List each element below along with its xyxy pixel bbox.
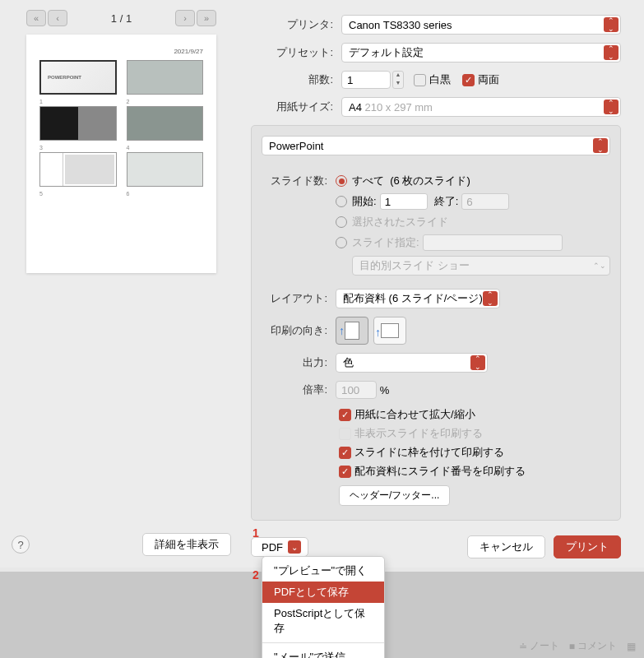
- printer-label: プリンタ:: [251, 17, 341, 32]
- duplex-checkbox[interactable]: ✓: [462, 74, 475, 86]
- updown-icon: [470, 355, 485, 370]
- slides-range-radio[interactable]: [336, 196, 347, 207]
- slides-label: スライド数:: [262, 174, 336, 188]
- page-indicator: 1 / 1: [111, 12, 132, 25]
- app-options-panel: PowerPoint スライド数: すべて (6 枚のスライド) 開始:: [251, 125, 621, 521]
- printer-select[interactable]: Canon TS8330 series: [341, 15, 621, 35]
- print-button[interactable]: プリント: [554, 535, 621, 558]
- header-footer-button[interactable]: ヘッダー/フッター...: [339, 485, 450, 506]
- hidden-checkbox[interactable]: [339, 428, 351, 440]
- copies-label: 部数:: [251, 72, 341, 87]
- comments-button[interactable]: ■ コメント: [569, 639, 617, 653]
- output-select[interactable]: 色: [336, 353, 488, 373]
- copies-input[interactable]: [341, 71, 391, 89]
- scale-label: 倍率:: [262, 382, 336, 397]
- status-bar: ≐ ノート ■ コメント ▦: [511, 634, 644, 658]
- settings-pane: プリンタ: Canon TS8330 series プリセット: デフォルト設定…: [243, 0, 644, 568]
- page-landscape-icon: [381, 323, 399, 338]
- output-label: 出力:: [262, 355, 336, 370]
- last-page-button[interactable]: »: [197, 10, 216, 26]
- copies-stepper[interactable]: ▲▼: [392, 71, 404, 89]
- slides-specify-radio[interactable]: [336, 237, 347, 248]
- print-dialog: « ‹ 1 / 1 › » 2021/9/27 1 2 3 4 5 6 ? 詳細…: [0, 0, 644, 568]
- menu-save-as-pdf[interactable]: PDFとして保存: [262, 582, 384, 603]
- preview-date: 2021/9/27: [39, 48, 203, 55]
- notes-button[interactable]: ≐ ノート: [519, 639, 559, 653]
- updown-icon: [483, 291, 498, 306]
- updown-icon: [604, 45, 619, 60]
- first-page-button[interactable]: «: [26, 10, 46, 26]
- slide-thumb-5: [39, 152, 117, 187]
- slides-selected-radio[interactable]: [336, 216, 347, 228]
- annotation-1: 1: [253, 526, 259, 540]
- custom-show-select[interactable]: 目的別スライド ショー ⌃⌄: [352, 256, 610, 276]
- layout-select[interactable]: 配布資料 (6 スライド/ページ): [336, 289, 500, 308]
- view-normal-icon[interactable]: ▦: [627, 641, 636, 652]
- duplex-label: 両面: [478, 72, 499, 87]
- menu-save-as-postscript[interactable]: PostScriptとして保存: [262, 603, 384, 639]
- preview-pane: « ‹ 1 / 1 › » 2021/9/27 1 2 3 4 5 6 ? 詳細…: [0, 0, 243, 568]
- menu-open-preview[interactable]: "プレビュー"で開く: [262, 560, 384, 582]
- menu-send-mail[interactable]: "メール"で送信: [262, 646, 384, 658]
- number-checkbox[interactable]: ✓: [339, 466, 351, 478]
- slides-all-radio[interactable]: [336, 175, 347, 187]
- slides-from-input[interactable]: [380, 193, 428, 210]
- pdf-dropdown-menu: "プレビュー"で開く PDFとして保存 PostScriptとして保存 "メール…: [262, 556, 385, 658]
- orientation-portrait-button[interactable]: ↑: [336, 317, 368, 345]
- pdf-dropdown-button[interactable]: PDF ⌄: [251, 537, 308, 557]
- prev-page-button[interactable]: ‹: [48, 10, 67, 26]
- papersize-label: 用紙サイズ:: [251, 100, 341, 114]
- slide-thumb-2: [127, 60, 204, 95]
- papersize-select[interactable]: A4 210 x 297 mm: [341, 97, 621, 117]
- slides-to-input[interactable]: [461, 193, 509, 210]
- preset-select[interactable]: デフォルト設定: [341, 43, 621, 63]
- layout-label: レイアウト:: [262, 291, 336, 306]
- slide-thumb-3: [39, 106, 117, 141]
- app-select[interactable]: PowerPoint: [262, 136, 610, 155]
- orientation-landscape-button[interactable]: ↑: [373, 317, 406, 345]
- slide-thumb-1: [39, 60, 117, 95]
- help-button[interactable]: ?: [12, 535, 30, 554]
- bw-label: 白黒: [429, 72, 451, 87]
- next-page-button[interactable]: ›: [175, 10, 195, 26]
- annotation-2: 2: [253, 568, 259, 582]
- fit-checkbox[interactable]: ✓: [339, 409, 351, 421]
- slide-thumb-4: [127, 106, 204, 141]
- chevron-down-icon: ⌄: [288, 540, 301, 554]
- slides-specify-input[interactable]: [423, 234, 563, 251]
- updown-icon: [604, 100, 619, 114]
- updown-icon: [593, 138, 608, 153]
- menu-separator: [262, 642, 384, 643]
- bw-checkbox[interactable]: [414, 74, 426, 86]
- orientation-label: 印刷の向き:: [262, 323, 336, 338]
- print-preview: 2021/9/27 1 2 3 4 5 6: [26, 35, 216, 273]
- updown-icon: [604, 17, 619, 32]
- hide-details-button[interactable]: 詳細を非表示: [142, 533, 231, 556]
- page-portrait-icon: [345, 322, 359, 340]
- slide-thumb-6: [127, 152, 204, 187]
- frame-checkbox[interactable]: ✓: [339, 447, 351, 459]
- preset-label: プリセット:: [251, 45, 341, 60]
- scale-input[interactable]: [336, 381, 377, 399]
- cancel-button[interactable]: キャンセル: [467, 535, 545, 558]
